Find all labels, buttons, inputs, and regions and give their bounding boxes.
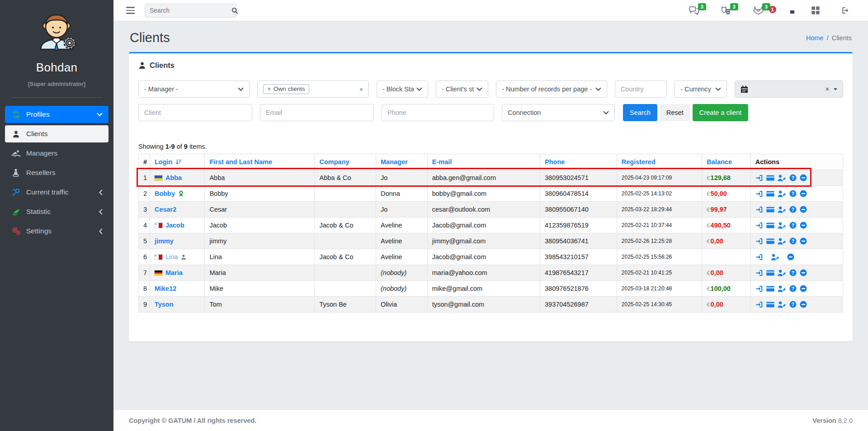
credit-card-icon[interactable] (766, 190, 774, 197)
phone-field[interactable] (382, 104, 494, 121)
user-edit-icon[interactable] (778, 175, 786, 181)
currency-select[interactable]: - Currency - (675, 81, 727, 98)
global-search[interactable] (145, 4, 236, 18)
sign-in-icon[interactable] (755, 238, 763, 245)
question-circle-icon[interactable]: ? (789, 174, 797, 181)
user-edit-icon[interactable] (778, 301, 786, 308)
question-circle-icon[interactable]: ? (789, 222, 797, 229)
reset-button[interactable]: Reset (660, 104, 690, 121)
currency-value: - Currency - (680, 85, 712, 93)
masks-button[interactable]: 3 (721, 6, 732, 15)
name-column-header[interactable]: First and Last Name (205, 154, 315, 170)
question-circle-icon[interactable]: ? (789, 301, 797, 308)
company-column-header[interactable]: Company (315, 154, 376, 170)
client-status-select[interactable]: - Client's st (436, 81, 488, 98)
name-cell: Bobby (205, 186, 315, 202)
user-edit-icon[interactable] (778, 285, 786, 292)
user-edit-icon[interactable] (778, 190, 786, 197)
question-circle-icon[interactable]: ? (789, 237, 797, 245)
credit-card-icon[interactable] (766, 206, 774, 213)
registered-column-header[interactable]: Registered (617, 154, 702, 170)
question-circle-icon[interactable]: ? (789, 269, 797, 276)
question-circle-icon[interactable]: ? (789, 285, 797, 292)
country-field[interactable] (615, 81, 667, 98)
credit-card-icon[interactable] (766, 222, 774, 229)
search-button[interactable]: Search (623, 104, 657, 121)
email-column-header[interactable]: E-mail (427, 154, 540, 170)
client-login-link[interactable]: Jacob (165, 222, 184, 229)
remove-tag-icon[interactable]: × (267, 85, 271, 92)
client-login-link[interactable]: Cesar2 (155, 206, 176, 213)
search-input[interactable] (150, 7, 231, 14)
login-column-header[interactable]: Login (150, 154, 205, 170)
minus-circle-icon[interactable] (800, 174, 807, 181)
sidebar-item-clients[interactable]: Clients (5, 125, 108, 142)
user-edit-icon[interactable] (778, 222, 786, 229)
minus-circle-icon[interactable] (800, 237, 807, 245)
sign-in-icon[interactable] (755, 190, 763, 197)
sign-in-icon[interactable] (755, 222, 763, 229)
sign-in-icon[interactable] (755, 206, 763, 213)
client-field[interactable] (138, 104, 252, 121)
chats-button[interactable]: 3 (689, 6, 700, 15)
logout-button[interactable] (841, 6, 850, 14)
sidebar-item-current-traffic[interactable]: Current traffic (5, 184, 108, 201)
user-edit-icon[interactable] (771, 254, 779, 260)
sidebar-item-statistic[interactable]: Statistic (5, 203, 108, 220)
minus-circle-icon[interactable] (800, 269, 807, 276)
question-circle-icon[interactable]: ? (789, 190, 797, 197)
credit-card-icon[interactable] (766, 238, 774, 245)
minus-circle-icon[interactable] (800, 206, 807, 213)
sign-in-icon[interactable] (755, 301, 763, 308)
credit-card-icon[interactable] (766, 301, 774, 308)
manager-select[interactable]: - Manager - (138, 81, 250, 98)
client-login-link[interactable]: Lina (165, 253, 178, 260)
phone-column-header[interactable]: Phone (540, 154, 617, 170)
gitlab-button[interactable]: 3 1 (753, 6, 764, 15)
sign-in-icon[interactable] (755, 270, 763, 276)
sign-in-icon[interactable] (755, 254, 763, 260)
phone-input[interactable] (387, 109, 488, 116)
clear-multiselect-icon[interactable]: × (359, 86, 363, 93)
client-login-link[interactable]: Bobby (155, 190, 175, 197)
block-status-select[interactable]: - Block Stat (377, 81, 428, 98)
per-page-select[interactable]: - Number of records per page - (496, 81, 607, 98)
balance-column-header[interactable]: Balance (702, 154, 751, 170)
client-login-link[interactable]: Maria (165, 269, 183, 276)
sidebar-item-managers[interactable]: Managers (5, 145, 108, 162)
apps-grid-button[interactable] (811, 6, 820, 15)
user-edit-icon[interactable] (778, 270, 786, 276)
minus-circle-icon[interactable] (800, 222, 807, 229)
sign-in-icon[interactable] (755, 175, 763, 181)
client-login-link[interactable]: Abba (165, 174, 182, 181)
clear-date-icon[interactable]: × (826, 85, 829, 93)
date-range-picker[interactable]: × (735, 81, 843, 98)
client-input[interactable] (144, 109, 246, 116)
minus-circle-icon[interactable] (800, 190, 807, 197)
sign-in-icon[interactable] (755, 285, 763, 292)
country-input[interactable] (621, 85, 661, 93)
client-type-multiselect[interactable]: × Own clients × (257, 81, 368, 98)
email-field[interactable] (260, 104, 374, 121)
sidebar-item-settings[interactable]: Settings (5, 223, 108, 240)
credit-card-icon[interactable] (766, 285, 774, 292)
create-client-button[interactable]: Create a client (693, 104, 749, 121)
client-login-link[interactable]: Mike12 (155, 285, 176, 292)
sidebar-item-profiles[interactable]: Profiles (5, 106, 108, 123)
minus-circle-icon[interactable] (800, 285, 807, 292)
minus-circle-icon[interactable] (800, 301, 807, 308)
question-circle-icon[interactable]: ? (789, 206, 797, 213)
user-edit-icon[interactable] (778, 206, 786, 213)
menu-toggle-icon[interactable] (125, 5, 136, 15)
email-input[interactable] (266, 109, 368, 116)
sidebar-item-resellers[interactable]: Resellers (5, 164, 108, 181)
connection-select[interactable]: Connection (502, 104, 615, 121)
credit-card-icon[interactable] (766, 175, 774, 181)
client-login-link[interactable]: jimmy (155, 237, 174, 245)
manager-column-header[interactable]: Manager (376, 154, 428, 170)
minus-circle-icon[interactable] (787, 253, 794, 260)
client-login-link[interactable]: Tyson (155, 301, 174, 308)
user-edit-icon[interactable] (778, 238, 786, 245)
breadcrumb-home-link[interactable]: Home (806, 34, 824, 42)
credit-card-icon[interactable] (766, 270, 774, 276)
